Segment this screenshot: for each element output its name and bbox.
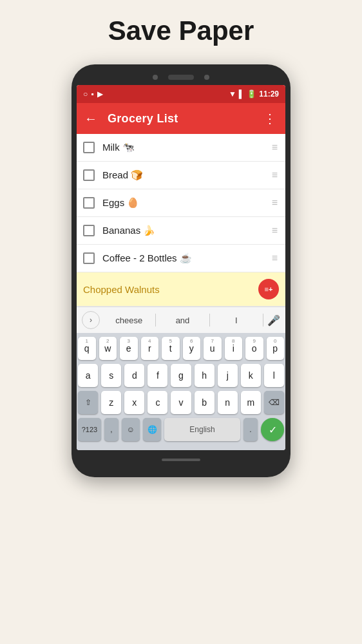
emoji-key[interactable]: ☺ <box>122 418 140 441</box>
key-p[interactable]: 0p <box>267 337 285 360</box>
page-title: Save Paper <box>108 15 254 46</box>
key-h[interactable]: h <box>195 364 214 387</box>
drag-handle-bananas[interactable]: ≡ <box>272 225 278 236</box>
key-u[interactable]: 7u <box>204 337 222 360</box>
key-r[interactable]: 4r <box>141 337 159 360</box>
chevron-right-icon: › <box>90 316 92 325</box>
list-item: Coffee - 2 Bottles ☕ ≡ <box>77 245 285 272</box>
suggestion-word-1[interactable]: cheese <box>104 313 154 328</box>
enter-key[interactable]: ✓ <box>261 418 284 441</box>
app-bar: ← Grocery List ⋮ <box>77 103 285 134</box>
suggestion-word-3[interactable]: I <box>211 313 262 328</box>
key-o[interactable]: 9o <box>245 337 263 360</box>
mic-button[interactable]: 🎤 <box>267 314 280 327</box>
sensor-dot <box>204 75 209 80</box>
suggestion-divider-1 <box>155 314 156 327</box>
key-n[interactable]: n <box>218 391 238 414</box>
wifi-status-icon: ▼ <box>229 90 236 99</box>
checkbox-coffee[interactable] <box>83 252 95 264</box>
period-key[interactable]: . <box>243 418 258 441</box>
list-item: Bananas 🍌 ≡ <box>77 217 285 245</box>
key-q[interactable]: 1q <box>78 337 96 360</box>
list-item: Bread 🍞 ≡ <box>77 162 285 189</box>
item-text-coffee: Coffee - 2 Bottles ☕ <box>102 252 272 264</box>
active-input-text: Chopped Walnuts <box>83 284 258 295</box>
sim-status-icon: ▪ <box>91 90 93 99</box>
key-l[interactable]: l <box>264 364 284 387</box>
play-status-icon: ▶ <box>97 90 103 99</box>
list-item: Milk 🐄 ≡ <box>77 134 285 162</box>
checkbox-bread[interactable] <box>83 169 95 181</box>
key-k[interactable]: k <box>241 364 261 387</box>
keyboard-row-1: 1q 2w 3e 4r 5t 6y 7u 8i 9o 0p <box>78 337 284 360</box>
shift-key[interactable]: ⇧ <box>78 391 98 414</box>
checkbox-bananas[interactable] <box>83 225 95 236</box>
item-text-milk: Milk 🐄 <box>102 142 272 153</box>
key-c[interactable]: c <box>148 391 167 414</box>
active-input-row[interactable]: Chopped Walnuts ≡+ <box>77 272 285 307</box>
key-t[interactable]: 5t <box>162 337 180 360</box>
numbers-key[interactable]: ?123 <box>78 418 101 441</box>
back-button[interactable]: ← <box>84 111 97 126</box>
comma-key[interactable]: , <box>104 418 119 441</box>
checkbox-milk[interactable] <box>83 142 95 153</box>
camera-dot <box>153 75 158 80</box>
key-d[interactable]: d <box>124 364 144 387</box>
keyboard-row-3: ⇧ z x c v b n m ⌫ <box>78 391 284 414</box>
key-z[interactable]: z <box>101 391 121 414</box>
key-a[interactable]: a <box>78 364 98 387</box>
keyboard-row-4: ?123 , ☺ 🌐 English . ✓ <box>78 418 284 441</box>
drag-handle-milk[interactable]: ≡ <box>272 142 278 153</box>
key-g[interactable]: g <box>171 364 191 387</box>
phone-screen: ○ ▪ ▶ ▼ ▌ 🔋 11:29 ← Grocery List ⋮ Milk … <box>77 85 285 450</box>
key-v[interactable]: v <box>171 391 191 414</box>
list-item: Eggs 🥚 ≡ <box>77 189 285 217</box>
item-text-bread: Bread 🍞 <box>102 169 272 181</box>
signal-status-icon: ▌ <box>239 90 245 99</box>
key-x[interactable]: x <box>124 391 144 414</box>
key-f[interactable]: f <box>148 364 167 387</box>
drag-handle-coffee[interactable]: ≡ <box>272 253 278 263</box>
key-w[interactable]: 2w <box>99 337 117 360</box>
time-display: 11:29 <box>259 90 279 99</box>
suggestion-divider-3 <box>263 314 263 327</box>
suggestion-divider-2 <box>209 314 210 327</box>
keyboard-row-2: a s d f g h j k l <box>78 364 284 387</box>
suggestions-bar: › cheese and I 🎤 <box>77 307 285 333</box>
key-m[interactable]: m <box>241 391 261 414</box>
phone-top-bar <box>77 75 285 80</box>
phone-shell: ○ ▪ ▶ ▼ ▌ 🔋 11:29 ← Grocery List ⋮ Milk … <box>71 64 291 477</box>
drag-handle-bread[interactable]: ≡ <box>272 170 278 180</box>
drag-handle-eggs[interactable]: ≡ <box>272 198 278 208</box>
circle-status-icon: ○ <box>83 90 88 99</box>
home-indicator <box>162 459 200 461</box>
speaker <box>168 75 194 80</box>
keyboard: 1q 2w 3e 4r 5t 6y 7u 8i 9o 0p a s d f g … <box>77 333 285 450</box>
key-y[interactable]: 6y <box>183 337 201 360</box>
add-icon: ≡+ <box>265 285 273 293</box>
menu-button[interactable]: ⋮ <box>263 111 278 126</box>
grocery-list: Milk 🐄 ≡ Bread 🍞 ≡ Eggs 🥚 ≡ Bananas 🍌 ≡ <box>77 134 285 307</box>
checkbox-eggs[interactable] <box>83 197 95 209</box>
phone-bottom-bar <box>77 455 285 464</box>
battery-status-icon: 🔋 <box>247 90 256 99</box>
add-item-button[interactable]: ≡+ <box>258 279 279 299</box>
backspace-key[interactable]: ⌫ <box>264 391 284 414</box>
status-left-icons: ○ ▪ ▶ <box>83 90 103 99</box>
space-key[interactable]: English <box>164 418 240 441</box>
key-e[interactable]: 3e <box>120 337 138 360</box>
globe-key[interactable]: 🌐 <box>143 418 161 441</box>
item-text-eggs: Eggs 🥚 <box>102 197 272 209</box>
status-right-icons: ▼ ▌ 🔋 11:29 <box>229 90 279 99</box>
suggestions-expand-button[interactable]: › <box>82 311 100 329</box>
key-j[interactable]: j <box>218 364 238 387</box>
app-bar-title: Grocery List <box>108 112 263 126</box>
item-text-bananas: Bananas 🍌 <box>102 225 272 236</box>
suggestion-word-2[interactable]: and <box>157 313 207 328</box>
key-b[interactable]: b <box>195 391 214 414</box>
key-i[interactable]: 8i <box>225 337 243 360</box>
status-bar: ○ ▪ ▶ ▼ ▌ 🔋 11:29 <box>77 85 285 103</box>
key-s[interactable]: s <box>101 364 121 387</box>
